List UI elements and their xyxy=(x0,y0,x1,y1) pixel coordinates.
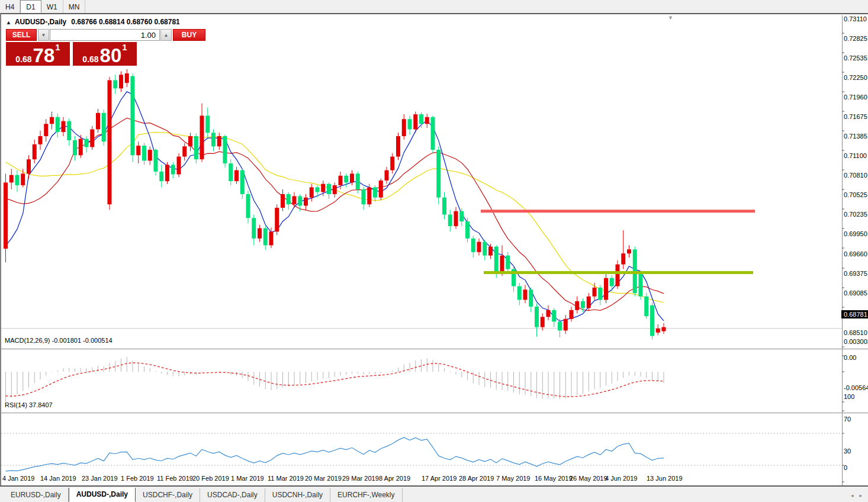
macd-histogram xyxy=(6,357,664,402)
sell-button[interactable]: SELL xyxy=(6,29,37,41)
date-axis-label: 13 Jun 2019 xyxy=(647,475,683,482)
sell-price-pip: 1 xyxy=(55,38,60,56)
date-axis-label: 11 Feb 2019 xyxy=(157,475,193,482)
current-price-tag: 0.68781 xyxy=(841,310,868,318)
price-axis-label: 0.70235 xyxy=(844,211,867,218)
one-click-trade-panel: SELL ▼ ▲ BUY 0.68781 0.68801 xyxy=(6,29,137,66)
ma-mid-line xyxy=(6,118,664,310)
ma-slow-line xyxy=(6,132,664,303)
buy-price-prefix: 0.68 xyxy=(82,55,98,63)
date-axis-label: 11 Mar 2019 xyxy=(268,475,304,482)
date-axis-label: 8 Apr 2019 xyxy=(379,475,410,482)
price-axis-label: 0.69950 xyxy=(844,230,867,237)
date-axis-label: 1 Feb 2019 xyxy=(121,475,154,482)
price-axis-label: 0.71675 xyxy=(844,113,867,120)
volume-decrease-button[interactable]: ▼ xyxy=(38,29,49,41)
symbol-tab-usdcnhdaily[interactable]: USDCNH-,Daily xyxy=(265,488,330,502)
trading-app: H4D1W1MN ▼ ▲AUDUSD-,Daily0.68766 0.68814… xyxy=(0,0,868,502)
price-axis-label: 0.69660 xyxy=(844,250,867,258)
buy-price-main: 80 xyxy=(100,48,122,63)
candles xyxy=(4,69,666,339)
symbol-tab-usdcaddaily[interactable]: USDCAD-,Daily xyxy=(200,488,265,502)
price-axis-label: 0.70810 xyxy=(844,172,867,179)
sell-price-prefix: 0.68 xyxy=(15,55,31,63)
price-axis-label: 0.71100 xyxy=(844,152,867,159)
price-axis-label: 0.70525 xyxy=(844,191,867,198)
chart-title: ▲AUDUSD-,Daily0.68766 0.68814 0.68760 0.… xyxy=(6,18,180,26)
date-axis-label: 28 Apr 2019 xyxy=(459,475,494,482)
tab-scroll-buttons: ◂ ▸ xyxy=(851,493,862,498)
date-axis-label: 20 Mar 2019 xyxy=(305,475,342,482)
rsi-indicator-label: RSI(14) 37.8407 xyxy=(5,401,53,408)
price-axis-label: 0.72250 xyxy=(844,74,867,81)
timeframe-tab-mn[interactable]: MN xyxy=(63,0,86,13)
macd-indicator-label: MACD(12,26,9) -0.001801 -0.000514 xyxy=(5,337,112,344)
rsi-axis-label: 30 xyxy=(844,448,851,455)
date-axis-label: 14 Jan 2019 xyxy=(40,475,76,482)
date-axis-label: 16 May 2019 xyxy=(535,475,573,482)
date-axis-label: 7 May 2019 xyxy=(496,475,530,482)
buy-button[interactable]: BUY xyxy=(173,29,205,41)
symbol-tab-eurusddaily[interactable]: EURUSD-,Daily xyxy=(4,488,69,502)
buy-price-pip: 1 xyxy=(122,38,127,56)
chart-window: ▼ ▲AUDUSD-,Daily0.68766 0.68814 0.68760 … xyxy=(0,13,868,485)
date-axis-label: 20 Feb 2019 xyxy=(192,475,229,482)
symbol-tab-eurchfweekly[interactable]: EURCHF-,Weekly xyxy=(330,488,402,502)
chart-canvas xyxy=(0,14,868,502)
chart-ohlc-values: 0.68766 0.68814 0.68760 0.68781 xyxy=(71,18,180,26)
price-axis-label: 0.69085 xyxy=(844,289,867,297)
price-axis-label: 0.68510 xyxy=(844,329,867,336)
buy-price-box[interactable]: 0.68801 xyxy=(73,42,137,66)
tab-scroll-left-icon[interactable]: ◂ xyxy=(851,493,854,498)
tab-scroll-right-icon[interactable]: ▸ xyxy=(859,493,862,498)
timeframe-tab-h4[interactable]: H4 xyxy=(0,0,20,13)
date-axis-label: 4 Jan 2019 xyxy=(2,475,34,482)
rsi-axis-label: 0 xyxy=(844,464,847,471)
resistance-line[interactable] xyxy=(481,210,755,213)
date-axis-label: 1 Mar 2019 xyxy=(231,475,264,482)
price-axis-label: 0.69375 xyxy=(844,270,867,277)
price-axis-label: 0.71960 xyxy=(844,94,867,101)
support-line[interactable] xyxy=(484,271,753,274)
chart-symbol-label: AUDUSD-,Daily xyxy=(15,18,66,26)
rsi-axis-label: 70 xyxy=(844,416,851,423)
date-axis-label: 29 Mar 2019 xyxy=(342,475,379,482)
symbol-tab-usdchfdaily[interactable]: USDCHF-,Daily xyxy=(136,488,200,502)
date-axis-label: 4 Jun 2019 xyxy=(605,475,637,482)
date-axis-label: 23 Jan 2019 xyxy=(82,475,118,482)
date-axis-label: 26 May 2019 xyxy=(570,475,607,482)
sell-price-box[interactable]: 0.68781 xyxy=(6,42,70,66)
volume-increase-button[interactable]: ▲ xyxy=(160,29,172,41)
macd-signal-line xyxy=(6,363,664,397)
symbol-tabbar: EURUSD-,DailyAUDUSD-,DailyUSDCHF-,DailyU… xyxy=(0,485,868,502)
window-collapse-icon[interactable]: ▼ xyxy=(668,15,673,21)
volume-input[interactable] xyxy=(50,29,160,41)
symbol-tab-audusddaily[interactable]: AUDUSD-,Daily xyxy=(69,488,136,502)
price-axis-label: 0.71385 xyxy=(844,133,867,140)
price-axis-label: 0.73110 xyxy=(844,15,867,22)
chart-graphics xyxy=(0,15,868,491)
timeframe-tab-w1[interactable]: W1 xyxy=(41,0,63,13)
rsi-axis-label: 100 xyxy=(844,393,854,400)
macd-axis-label: 0.003003 xyxy=(844,338,868,345)
expand-triangle-icon[interactable]: ▲ xyxy=(6,20,11,25)
timeframe-toolbar: H4D1W1MN xyxy=(0,0,868,14)
macd-axis-label: 0.00 xyxy=(844,354,856,361)
date-axis-label: 17 Apr 2019 xyxy=(422,475,456,482)
rsi-line xyxy=(6,437,664,471)
price-axis-label: 0.72825 xyxy=(844,35,867,42)
sell-price-main: 78 xyxy=(33,48,55,63)
price-axis-label: 0.72535 xyxy=(844,54,867,62)
macd-axis-label: -0.005648 xyxy=(844,384,868,391)
symbol-tabs: EURUSD-,DailyAUDUSD-,DailyUSDCHF-,DailyU… xyxy=(4,488,851,502)
timeframe-tab-d1[interactable]: D1 xyxy=(20,0,41,13)
